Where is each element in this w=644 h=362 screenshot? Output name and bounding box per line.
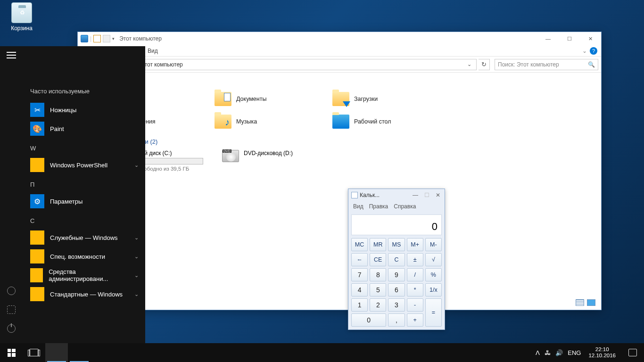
user-icon[interactable] [7, 287, 16, 295]
volume-icon[interactable]: 🔊 [555, 349, 563, 356]
calc-key-9[interactable]: 9 [388, 268, 405, 281]
help-icon[interactable]: ? [590, 47, 597, 55]
view-details-button[interactable] [576, 299, 584, 306]
drive-d-label: DVD-дисковод (D:) [244, 150, 293, 156]
calc-key-mplus[interactable]: M+ [407, 238, 423, 251]
folder-label: Рабочий стол [354, 118, 391, 125]
calc-key-add[interactable]: + [407, 313, 423, 327]
calc-key-mul[interactable]: * [407, 283, 423, 296]
calc-key-mc[interactable]: MC [351, 238, 368, 251]
clock[interactable]: 22:10 12.10.2016 [586, 346, 619, 359]
start-item-settings[interactable]: ⚙Параметры [30, 192, 145, 211]
calc-key-ms[interactable]: MS [388, 238, 405, 251]
start-item-accessories[interactable]: Стандартные — Windows⌄ [30, 285, 145, 304]
calc-close-button[interactable]: ✕ [434, 192, 442, 198]
start-letter-w[interactable]: W [30, 145, 145, 152]
folder-icon [30, 158, 44, 172]
calc-key-3[interactable]: 3 [388, 298, 405, 312]
start-button[interactable] [0, 343, 23, 362]
start-item-paint[interactable]: 🎨Paint [30, 119, 145, 138]
calc-key-dec[interactable]: , [388, 313, 405, 327]
start-item-powershell[interactable]: Windows PowerShell⌄ [30, 156, 145, 174]
start-letter-p[interactable]: П [30, 181, 145, 188]
minimize-button[interactable]: — [537, 32, 559, 45]
calc-key-div[interactable]: / [407, 268, 423, 281]
calc-key-c[interactable]: C [388, 253, 405, 266]
notification-icon [628, 349, 637, 356]
downloads-icon [332, 92, 349, 106]
this-pc-icon[interactable] [81, 35, 88, 42]
refresh-button[interactable]: ↻ [479, 59, 490, 70]
language-indicator[interactable]: ENG [568, 349, 581, 356]
calc-key-mr[interactable]: MR [370, 238, 386, 251]
group-drives-header[interactable]: ⌄ Устройства и диски (2) [86, 138, 593, 145]
qat-properties-icon[interactable] [93, 35, 101, 42]
calc-key-1[interactable]: 1 [351, 298, 368, 312]
taskbar-explorer[interactable] [45, 343, 68, 362]
address-bar[interactable]: Этот компьютер ⌄ [137, 59, 477, 70]
calc-key-inv[interactable]: 1/x [425, 283, 442, 296]
ribbon-collapse-icon[interactable]: ⌄ [582, 48, 587, 54]
start-app-list[interactable]: Часто используемые ✂Ножницы 🎨Paint W Win… [23, 46, 145, 343]
calc-key-pct[interactable]: % [425, 268, 442, 281]
recycle-icon: ♻ [17, 9, 27, 20]
chevron-down-icon: ⌄ [134, 291, 139, 297]
folder-icon [30, 287, 44, 301]
calc-key-5[interactable]: 5 [370, 283, 386, 296]
start-item-label: Служебные — Windows [50, 234, 118, 241]
folder-documents[interactable]: Документы [215, 92, 332, 106]
calc-key-0[interactable]: 0 [351, 313, 386, 327]
start-letter-s[interactable]: С [30, 217, 145, 224]
calc-key-2[interactable]: 2 [370, 298, 386, 312]
qat-customize-icon[interactable]: ▾ [112, 36, 115, 41]
explorer-titlebar[interactable]: | ▾ Этот компьютер — ☐ ✕ [78, 32, 601, 45]
calc-key-6[interactable]: 6 [388, 283, 405, 296]
drive-d[interactable]: DVD-дисковод (D:) [222, 150, 293, 172]
calc-key-neg[interactable]: ± [407, 253, 423, 266]
chevron-down-icon: ⌄ [134, 254, 139, 260]
folder-music[interactable]: ♪Музыка [215, 115, 332, 129]
settings-icon[interactable] [7, 305, 16, 314]
folder-desktop[interactable]: Рабочий стол [332, 115, 450, 129]
start-item-system-windows[interactable]: Служебные — Windows⌄ [30, 228, 145, 247]
group-folders-header[interactable]: ⌄ Папки (6) [86, 80, 593, 87]
start-item-ease-of-access[interactable]: Спец. возможности⌄ [30, 247, 145, 266]
clock-time: 22:10 [588, 346, 616, 353]
close-button[interactable]: ✕ [580, 32, 601, 45]
folder-downloads[interactable]: Загрузки [332, 92, 450, 106]
maximize-button[interactable]: ☐ [559, 32, 580, 45]
calc-minimize-button[interactable]: — [412, 192, 419, 198]
ribbon-tab-view[interactable]: Вид [143, 48, 163, 54]
calc-key-4[interactable]: 4 [351, 283, 368, 296]
calc-titlebar[interactable]: Кальк... — ☐ ✕ [348, 189, 445, 201]
power-icon[interactable] [7, 324, 16, 333]
calc-menu-help[interactable]: Справка [394, 203, 416, 210]
calc-key-7[interactable]: 7 [351, 268, 368, 281]
calc-menu-edit[interactable]: Правка [369, 203, 388, 210]
start-item-admin-tools[interactable]: Средства администрировани...⌄ [30, 266, 145, 285]
start-item-snipping[interactable]: ✂Ножницы [30, 100, 145, 119]
calc-menu-view[interactable]: Вид [353, 203, 363, 210]
calc-key-sqrt[interactable]: √ [425, 253, 442, 266]
tray-overflow-icon[interactable]: ᐱ [536, 349, 540, 356]
hamburger-icon[interactable] [7, 52, 16, 58]
calc-key-back[interactable]: ← [351, 253, 368, 266]
calc-menubar: Вид Правка Справка [348, 201, 445, 212]
address-dropdown-icon[interactable]: ⌄ [465, 61, 473, 67]
search-icon[interactable]: 🔍 [588, 61, 595, 68]
calc-maximize-button: ☐ [423, 192, 430, 198]
calc-key-sub[interactable]: - [407, 298, 423, 312]
action-center-button[interactable] [623, 343, 642, 362]
taskview-button[interactable] [23, 343, 45, 362]
qat-new-folder-icon[interactable] [103, 35, 110, 42]
music-icon: ♪ [215, 115, 231, 129]
network-icon[interactable]: 🖧 [545, 349, 551, 356]
calc-key-ce[interactable]: CE [370, 253, 386, 266]
calc-key-8[interactable]: 8 [370, 268, 386, 281]
calc-key-mminus[interactable]: M- [425, 238, 442, 251]
calc-key-eq[interactable]: = [425, 298, 442, 327]
taskbar-calculator[interactable] [68, 343, 91, 362]
desktop-recycle-bin[interactable]: ♻ Корзина [5, 2, 39, 32]
search-field[interactable]: Поиск: Этот компьютер 🔍 [495, 59, 598, 70]
view-large-button[interactable] [587, 299, 595, 306]
